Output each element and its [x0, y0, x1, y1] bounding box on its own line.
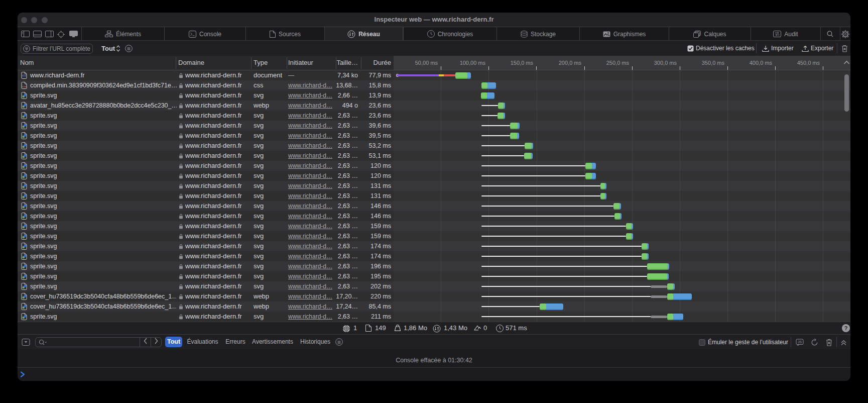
- svg-text:<>: <>: [22, 74, 26, 77]
- svg-text:css: css: [22, 85, 27, 88]
- svg-text:?: ?: [844, 325, 848, 331]
- svg-text:JS: JS: [798, 340, 802, 344]
